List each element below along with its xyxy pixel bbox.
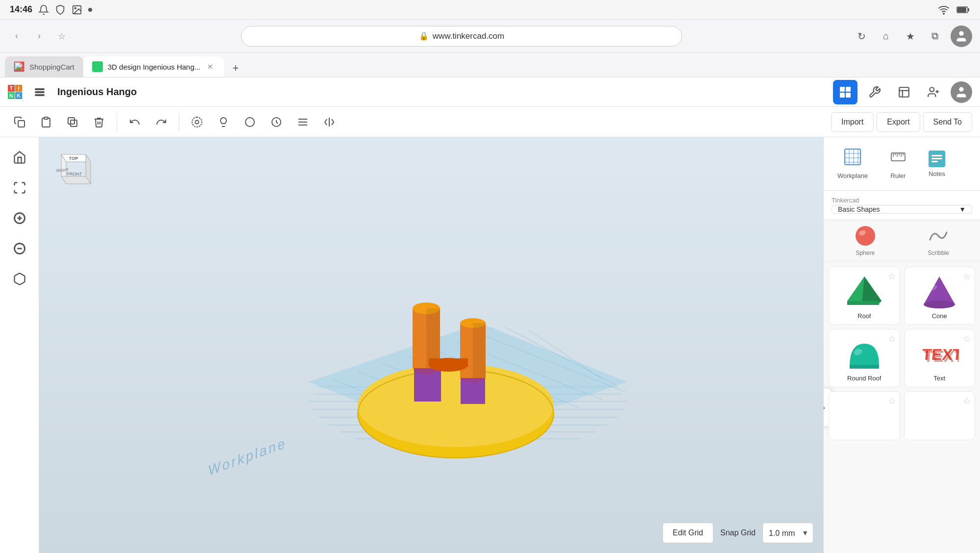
paste-button[interactable] [34,110,58,134]
shape-item-placeholder-2[interactable]: ☆ [904,391,976,440]
notes-line-1 [931,155,942,156]
shape-button[interactable] [238,110,262,134]
notes-button[interactable]: Notes [923,147,951,181]
perspective-button[interactable] [6,266,33,292]
scribble-label: Scribble [928,250,949,256]
circle-button[interactable] [265,110,288,134]
menu-button[interactable] [29,81,50,103]
mirror-button[interactable] [318,110,341,134]
tab1-favicon [14,61,24,72]
tab2-favicon [92,61,103,72]
export-button[interactable]: Export [877,112,920,132]
send-to-button[interactable]: Send To [923,112,972,132]
svg-rect-14 [899,87,909,97]
camera-button[interactable] [185,110,209,134]
copy-button[interactable] [8,110,31,134]
user-avatar[interactable] [951,81,972,103]
round-roof-label: Round Roof [847,375,881,382]
snap-grid-select[interactable]: 1.0 mm 0.5 mm 0.1 mm 2.0 mm [762,523,813,543]
text-shape-item[interactable]: ☆ TEXT TEXT Text [904,329,976,387]
notes-label-text: Notes [929,170,945,177]
text-label: Text [933,375,945,382]
svg-point-23 [196,120,199,124]
shape-category-button[interactable]: Basic Shapes ▼ [832,205,972,214]
back-button[interactable]: ‹ [8,27,25,45]
round-roof-icon-area [845,336,884,371]
workplane-button[interactable]: Workplane [832,144,874,183]
cone-icon-area [920,274,959,308]
svg-point-85 [856,226,875,246]
home-view-button[interactable] [6,144,33,171]
lightbulb-button[interactable] [212,110,235,134]
ruler-label-text: Ruler [890,172,906,179]
gallery-button[interactable] [892,80,916,104]
svg-text:TEXT: TEXT [923,348,959,365]
cone-star-icon[interactable]: ☆ [963,271,971,282]
delete-button[interactable] [87,110,111,134]
tab-shoppingcart[interactable]: ShoppingCart [5,56,83,77]
roof-star-icon[interactable]: ☆ [888,271,896,282]
sphere-shape-item[interactable]: Sphere [829,220,902,261]
svg-rect-11 [846,87,851,92]
notification-icon [38,4,49,15]
shapes-grid: ☆ Roof ☆ [824,262,980,449]
zoom-in-button[interactable] [6,205,33,231]
svg-point-24 [245,118,254,126]
favorites-button[interactable]: ★ [902,27,919,45]
ruler-button[interactable]: Ruler [883,144,913,183]
duplicate-button[interactable] [61,110,84,134]
scene-container [39,137,823,553]
build-button[interactable] [862,80,887,104]
placeholder1-star-icon[interactable]: ☆ [888,396,896,406]
shape-item-placeholder-1[interactable]: ☆ [829,391,900,440]
bookmark-button[interactable]: ☆ [53,27,71,45]
svg-rect-68 [473,323,486,378]
shape-category-name: Basic Shapes [838,205,880,213]
scribble-shape-item[interactable]: Scribble [902,220,976,261]
undo-button[interactable] [123,110,147,134]
refresh-button[interactable]: ↻ [853,27,870,45]
round-roof-shape-item[interactable]: ☆ Round Roof [829,329,900,387]
align-button[interactable] [291,110,315,134]
svg-rect-93 [850,365,879,369]
svg-point-18 [959,87,963,91]
forward-button[interactable]: › [30,27,48,45]
tab2-close-button[interactable]: ✕ [205,62,215,72]
sphere-label: Sphere [856,250,875,256]
browser-user-avatar[interactable] [951,25,972,47]
tab-3d-design[interactable]: 3D design Ingenious Hang... ✕ [83,56,224,77]
notes-line-3 [931,161,938,162]
import-button[interactable]: Import [831,112,874,132]
edit-grid-button[interactable]: Edit Grid [662,523,713,543]
placeholder2-star-icon[interactable]: ☆ [963,396,971,406]
canvas-area[interactable]: TOP RIGHT FRONT Workplane [39,137,823,553]
address-bar[interactable]: 🔒 www.tinkercad.com [241,26,682,47]
svg-point-15 [930,87,934,92]
toolbar-actions: Import Export Send To [831,112,972,132]
tabs-button[interactable]: ⧉ [926,27,944,45]
home-nav-button[interactable]: ⌂ [877,27,895,45]
main-layout: TOP RIGHT FRONT Workplane [0,137,980,553]
roof-shape-item[interactable]: ☆ Roof [829,267,900,325]
category-chevron-icon: ▼ [959,205,966,213]
round-roof-star-icon[interactable]: ☆ [888,333,896,344]
svg-rect-12 [840,93,845,98]
tabs-bar: ShoppingCart 3D design Ingenious Hang...… [0,53,980,77]
grid-view-button[interactable] [833,80,858,104]
cone-shape-item[interactable]: ☆ Cone [904,267,976,325]
fit-view-button[interactable] [6,175,33,201]
new-tab-button[interactable]: + [227,59,245,77]
add-user-button[interactable] [921,80,946,104]
tinkercad-logo[interactable]: T I N K [8,85,22,99]
redo-button[interactable] [149,110,173,134]
zoom-out-button[interactable] [6,235,33,262]
shield-icon [55,4,66,15]
svg-rect-13 [846,93,851,98]
app-header: T I N K Ingenious Hango [0,77,980,107]
shape-brand-label: Tinkercad [832,197,972,204]
svg-rect-8 [35,92,44,93]
3d-scene-svg [235,186,627,504]
svg-rect-20 [44,117,48,119]
text-star-icon[interactable]: ☆ [963,333,971,344]
status-dot [88,8,92,12]
